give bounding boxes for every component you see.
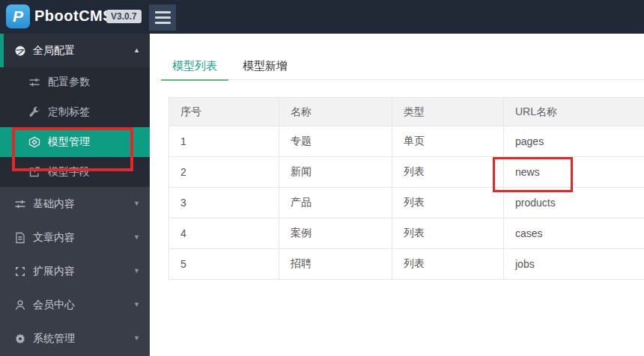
sidebar-toggle-button[interactable]	[149, 4, 176, 31]
cube-icon	[28, 136, 40, 148]
cell-type: 列表	[392, 249, 504, 280]
main-content: 模型列表 模型新增 序号 名称 类型 URL名称 1 专题 单页 pages	[150, 34, 644, 356]
column-header-type: 类型	[392, 98, 504, 126]
tab-model-list[interactable]: 模型列表	[161, 52, 228, 80]
edit-square-icon	[28, 166, 40, 178]
sidebar-item-label: 全局配置	[33, 44, 75, 58]
sidebar-item-label: 系统管理	[33, 332, 75, 346]
globe-icon	[14, 45, 26, 57]
cell-url-name: pages	[504, 126, 644, 157]
table-row: 1 专题 单页 pages	[169, 126, 644, 157]
sidebar-subitem-label: 定制标签	[48, 105, 90, 119]
sidebar-item-basic-content[interactable]: 基础内容 ▼	[0, 187, 150, 221]
cell-url-name: cases	[504, 218, 644, 249]
cell-name: 招聘	[279, 249, 392, 280]
table-row: 5 招聘 列表 jobs	[169, 249, 644, 280]
sidebar-subitem-config-params[interactable]: 配置参数	[0, 67, 150, 97]
model-table: 序号 名称 类型 URL名称 1 专题 单页 pages 2 新闻 列表 new	[168, 97, 644, 280]
table-row: 2 新闻 列表 news	[169, 157, 644, 188]
chevron-up-icon: ▲	[133, 47, 140, 54]
chevron-down-icon: ▼	[133, 234, 140, 241]
tab-bar: 模型列表 模型新增	[161, 52, 644, 80]
sidebar-item-article-content[interactable]: 文章内容 ▼	[0, 221, 150, 254]
sliders-icon	[14, 198, 26, 210]
chevron-down-icon: ▼	[133, 200, 140, 207]
column-header-no: 序号	[169, 98, 279, 126]
cell-name: 新闻	[279, 157, 392, 188]
cell-type: 列表	[392, 218, 504, 249]
chevron-down-icon: ▼	[133, 268, 140, 274]
sidebar-item-system-manage[interactable]: 系统管理 ▼	[0, 322, 150, 355]
column-header-url-name: URL名称	[504, 98, 644, 126]
user-icon	[14, 299, 26, 311]
chevron-down-icon: ▼	[133, 301, 140, 308]
table-header-row: 序号 名称 类型 URL名称	[169, 98, 644, 126]
expand-arrows-icon	[14, 266, 26, 277]
table-row: 3 产品 列表 products	[169, 188, 644, 218]
cell-type: 单页	[392, 126, 504, 157]
sidebar-subitem-label: 配置参数	[48, 76, 90, 89]
sidebar-item-label: 文章内容	[33, 231, 75, 245]
cell-name: 专题	[279, 126, 392, 157]
column-header-name: 名称	[279, 98, 392, 126]
app-title: PbootCMS	[34, 7, 113, 25]
app-logo-icon: P	[6, 4, 30, 28]
table-row: 4 案例 列表 cases	[169, 218, 644, 249]
gear-icon	[14, 333, 26, 345]
sidebar: 全局配置 ▲ 配置参数 定制标签 模型管理 模型字段	[0, 34, 150, 356]
cell-no: 1	[169, 126, 279, 157]
model-table-container: 序号 名称 类型 URL名称 1 专题 单页 pages 2 新闻 列表 new	[168, 97, 644, 280]
sidebar-item-global-config[interactable]: 全局配置 ▲	[0, 34, 150, 67]
sidebar-subitem-label: 模型管理	[48, 135, 90, 149]
sidebar-item-label: 会员中心	[33, 298, 75, 312]
cell-name: 产品	[279, 188, 392, 218]
wrench-icon	[28, 106, 40, 118]
chevron-down-icon: ▼	[133, 335, 140, 342]
document-icon	[14, 232, 26, 244]
app-header: P PbootCMS V3.0.7	[0, 0, 644, 34]
cell-url-name: news	[504, 157, 644, 188]
cell-url-name: jobs	[504, 249, 644, 280]
cell-no: 4	[169, 218, 279, 249]
sidebar-item-label: 基础内容	[33, 197, 75, 211]
sliders-icon	[28, 76, 40, 88]
sidebar-item-extend-content[interactable]: 扩展内容 ▼	[0, 254, 150, 288]
cell-no: 2	[169, 157, 279, 188]
sidebar-item-member-center[interactable]: 会员中心 ▼	[0, 288, 150, 322]
cell-url-name: products	[504, 188, 644, 218]
version-badge: V3.0.7	[106, 10, 142, 23]
sidebar-subitem-model-fields[interactable]: 模型字段	[0, 157, 150, 187]
cell-type: 列表	[392, 188, 504, 218]
cell-name: 案例	[279, 218, 392, 249]
sidebar-subitem-label: 模型字段	[48, 165, 90, 179]
logo-letter: P	[13, 7, 23, 25]
cell-no: 5	[169, 249, 279, 280]
cell-type: 列表	[392, 157, 504, 188]
cell-no: 3	[169, 188, 279, 218]
sidebar-item-label: 扩展内容	[33, 265, 75, 278]
sidebar-subitem-custom-tags[interactable]: 定制标签	[0, 97, 150, 127]
sidebar-subitem-model-manage[interactable]: 模型管理	[0, 127, 150, 157]
tab-model-add[interactable]: 模型新增	[231, 52, 299, 80]
global-config-submenu: 配置参数 定制标签 模型管理 模型字段	[0, 67, 150, 187]
